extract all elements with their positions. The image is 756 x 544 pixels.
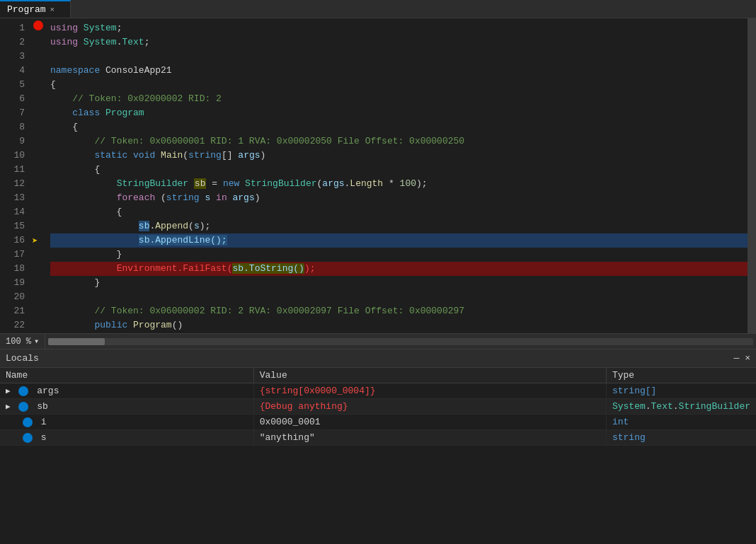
expand-sb[interactable]: ▶ <box>6 403 11 411</box>
col-header-value: Value <box>253 368 606 383</box>
local-value-s: "anything" <box>253 430 606 446</box>
local-name-s: s <box>0 430 253 446</box>
expand-args[interactable]: ▶ <box>6 387 11 395</box>
locals-table-container: Name Value Type ▶ args {string[0x0000_00… <box>0 368 756 544</box>
local-type-sb: System.Text.StringBuilder <box>606 399 756 415</box>
zoom-control[interactable]: 100 % ▾ <box>0 334 45 349</box>
code-line-17: } <box>50 248 748 262</box>
local-type-i: int <box>606 415 756 430</box>
code-line-13: foreach (string s in args) <box>50 191 748 205</box>
var-name-sb: sb <box>37 401 48 412</box>
code-line-19: } <box>50 276 748 290</box>
tab-label: Program <box>7 4 46 15</box>
code-line-1: using System; <box>50 21 748 35</box>
current-line-arrow: ➤ <box>32 233 47 248</box>
vertical-scrollbar[interactable] <box>748 18 756 333</box>
local-type-s: string <box>606 430 756 446</box>
zoom-level: 100 % <box>6 337 31 347</box>
code-line-20 <box>50 290 748 304</box>
code-line-22: public Program() <box>50 318 748 332</box>
code-line-14: { <box>50 205 748 219</box>
var-name-i: i <box>41 417 47 427</box>
zoom-chevron: ▾ <box>34 336 39 347</box>
code-line-21: // Token: 0x06000002 RID: 2 RVA: 0x00002… <box>50 304 748 318</box>
code-line-4: namespace ConsoleApp21 <box>50 64 748 78</box>
local-row-s: s "anything" string <box>0 430 756 446</box>
breakpoint-indicator <box>32 262 47 276</box>
locals-title: Locals <box>6 353 39 364</box>
horizontal-scrollbar[interactable] <box>48 338 753 345</box>
bottom-scroll-area: 100 % ▾ <box>0 333 756 349</box>
code-line-3 <box>50 50 748 64</box>
var-icon-args <box>18 386 28 396</box>
code-line-18: Environment.FailFast(sb.ToString()); <box>50 262 748 276</box>
code-line-23: { <box>50 332 748 333</box>
var-icon-i <box>23 417 33 427</box>
code-line-10: static void Main(string[] args) <box>50 149 748 163</box>
code-line-9: // Token: 0x06000001 RID: 1 RVA: 0x00002… <box>50 134 748 149</box>
local-value-args: {string[0x0000_0004]} <box>253 383 606 399</box>
locals-table: Name Value Type ▶ args {string[0x0000_00… <box>0 368 756 446</box>
local-row-args: ▶ args {string[0x0000_0004]} string[] <box>0 383 756 399</box>
locals-close-icon[interactable]: × <box>745 353 750 364</box>
locals-controls: — × <box>733 353 750 364</box>
line-numbers: 12345 678910 1112131415 1617181920 21222… <box>0 18 32 333</box>
code-line-8: { <box>50 120 748 134</box>
local-row-sb: ▶ sb {Debug anything} System.Text.String… <box>0 399 756 415</box>
locals-panel: Locals — × Name Value Type <box>0 349 756 544</box>
code-line-11: { <box>50 163 748 177</box>
main-container: Program × 12345 678910 1112131415 161718… <box>0 0 756 544</box>
code-line-12: StringBuilder sb = new StringBuilder(arg… <box>50 177 748 191</box>
code-line-6: // Token: 0x02000002 RID: 2 <box>50 92 748 106</box>
local-name-i: i <box>0 415 253 430</box>
code-line-16: sb.AppendLine(); <box>50 233 748 248</box>
code-editor[interactable]: 12345 678910 1112131415 1617181920 21222… <box>0 18 756 333</box>
local-value-sb: {Debug anything} <box>253 399 606 415</box>
code-line-2: using System.Text; <box>50 35 748 50</box>
locals-header: Locals — × <box>0 349 756 368</box>
local-type-args: string[] <box>606 383 756 399</box>
code-line-7: class Program <box>50 106 748 120</box>
local-value-i: 0x0000_0001 <box>253 415 606 430</box>
var-icon-s <box>23 433 33 443</box>
var-name-s: s <box>41 432 47 443</box>
col-header-type: Type <box>606 368 756 383</box>
col-header-name: Name <box>0 368 253 383</box>
local-row-i: i 0x0000_0001 int <box>0 415 756 430</box>
var-icon-sb <box>18 402 28 412</box>
code-line-15: sb.Append(s); <box>50 219 748 233</box>
tab-bar: Program × <box>0 0 756 18</box>
code-line-5: { <box>50 78 748 92</box>
close-icon[interactable]: × <box>50 6 55 14</box>
gutter: ➤ <box>32 18 47 333</box>
var-name-args: args <box>37 386 59 396</box>
local-name-args: ▶ args <box>0 383 253 399</box>
program-tab[interactable]: Program × <box>0 0 71 18</box>
locals-dash-icon[interactable]: — <box>733 353 739 364</box>
local-name-sb: ▶ sb <box>0 399 253 415</box>
code-content[interactable]: using System; using System.Text; namespa… <box>47 18 748 333</box>
